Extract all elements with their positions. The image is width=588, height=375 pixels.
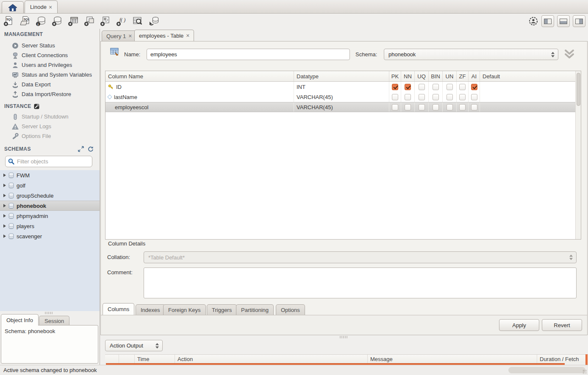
reconnect-database-icon[interactable] [147, 15, 160, 27]
table-name-input[interactable] [147, 49, 350, 60]
zf-checkbox[interactable] [459, 104, 466, 110]
sidebar-item-client-connections[interactable]: Client Connections [12, 50, 98, 60]
tab-triggers[interactable]: Triggers [207, 304, 237, 315]
create-schema-icon[interactable] [51, 15, 64, 27]
comment-textarea[interactable] [144, 267, 577, 298]
schema-item-players[interactable]: players [0, 221, 100, 231]
expander-icon[interactable] [3, 214, 6, 218]
create-view-icon[interactable] [83, 15, 96, 27]
schema-item-groupschedule[interactable]: groupSchedule [0, 190, 100, 201]
schema-item-fwm[interactable]: FWM [0, 170, 100, 180]
sidebar-item-data-export[interactable]: Data Export [12, 80, 98, 89]
tab-session[interactable]: Session [39, 316, 69, 325]
connection-tab-linode[interactable]: Linode × [25, 0, 58, 13]
un-checkbox[interactable] [447, 94, 453, 100]
output-splitter[interactable] [100, 335, 588, 339]
nn-checkbox[interactable] [405, 84, 411, 90]
schema-filter-box[interactable] [5, 156, 92, 167]
schema-combo[interactable]: phonebook [384, 49, 558, 60]
uq-checkbox[interactable] [419, 104, 425, 110]
expander-icon[interactable] [3, 174, 6, 177]
schema-icon [8, 193, 14, 199]
schema-item-phonebook[interactable]: phonebook [0, 201, 100, 211]
uq-checkbox[interactable] [419, 84, 425, 90]
scrollbar-handle[interactable] [577, 73, 580, 106]
pk-checkbox[interactable] [392, 104, 398, 110]
tab-indexes[interactable]: Indexes [136, 304, 165, 315]
toggle-left-panel-button[interactable] [541, 15, 554, 27]
schema-item-scavenger[interactable]: scavenger [0, 231, 100, 241]
zf-checkbox[interactable] [459, 94, 466, 100]
tab-foreign-keys[interactable]: Foreign Keys [163, 304, 206, 315]
expander-icon[interactable] [3, 234, 6, 238]
zf-checkbox[interactable] [459, 84, 466, 90]
apply-button[interactable]: Apply [499, 319, 539, 331]
home-tab[interactable] [2, 1, 24, 13]
schema-filter-input[interactable] [17, 158, 85, 165]
tab-options[interactable]: Options [276, 304, 305, 315]
sidebar-item-startup-shutdown[interactable]: Startup / Shutdown [12, 112, 98, 121]
ai-checkbox[interactable] [471, 94, 477, 100]
tab-columns[interactable]: Columns [103, 303, 134, 315]
tab-employees-table[interactable]: employees - Table × [134, 30, 194, 41]
bin-checkbox[interactable] [433, 104, 439, 110]
search-table-data-icon[interactable] [131, 15, 144, 27]
sidebar-item-server-logs[interactable]: Server Logs [12, 121, 98, 131]
column-row-id[interactable]: ID INT [105, 82, 581, 92]
expander-icon[interactable] [3, 184, 6, 187]
schemas-section-title: SCHEMAS [4, 146, 31, 152]
status-message: Active schema changed to phonebook [3, 367, 97, 373]
expander-icon[interactable] [3, 224, 6, 228]
nn-checkbox[interactable] [405, 104, 411, 110]
sidebar-item-users-privileges[interactable]: Users and Privileges [12, 60, 98, 70]
sidebar-item-options-file[interactable]: Options File [12, 131, 98, 141]
tab-partitioning[interactable]: Partitioning [236, 304, 274, 315]
nn-checkbox[interactable] [405, 94, 411, 100]
inspect-database-icon[interactable]: i [35, 15, 47, 27]
uq-checkbox[interactable] [419, 94, 425, 100]
un-checkbox[interactable] [447, 104, 453, 110]
expander-icon[interactable] [3, 204, 6, 207]
output-highlight-edge [585, 354, 588, 365]
sidebar: MANAGEMENT Server Status Client Connecti… [0, 29, 100, 365]
column-row-lastname[interactable]: lastName VARCHAR(45) [105, 92, 581, 102]
ai-checkbox[interactable] [471, 104, 477, 110]
schema-icon [8, 203, 14, 209]
collapse-header-icon[interactable] [564, 49, 575, 59]
resize-grip-icon[interactable] [582, 369, 587, 374]
tab-query-1[interactable]: Query 1 × [102, 30, 136, 41]
sidebar-item-system-variables[interactable]: Status and System Variables [12, 70, 98, 80]
action-output-selector[interactable]: Action Output [105, 340, 163, 351]
new-sql-tab-icon[interactable]: SQL [3, 15, 15, 27]
system-variables-icon [12, 72, 19, 78]
columns-grid-header: Column Name Datatype PK NN UQ BIN UN ZF … [105, 71, 581, 82]
create-procedure-icon[interactable] [99, 15, 112, 27]
schema-item-golf[interactable]: golf [0, 180, 100, 190]
tab-object-info[interactable]: Object Info [1, 314, 39, 325]
bin-checkbox[interactable] [433, 84, 439, 90]
close-icon[interactable]: × [128, 33, 132, 39]
window-tabstrip: Linode × [0, 0, 588, 14]
schema-item-phpmyadmin[interactable]: phpmyadmin [0, 211, 100, 221]
pk-checkbox[interactable] [392, 84, 398, 90]
open-sql-script-icon[interactable]: SQL [19, 15, 31, 27]
sidebar-item-server-status[interactable]: Server Status [12, 41, 98, 50]
ai-checkbox[interactable] [471, 84, 477, 90]
close-icon[interactable]: × [49, 4, 52, 10]
un-checkbox[interactable] [447, 84, 453, 90]
column-row-employeescol[interactable]: employeescol VARCHAR(45) [105, 102, 581, 112]
bin-checkbox[interactable] [433, 94, 439, 100]
refresh-schemas-icon[interactable] [87, 146, 94, 152]
revert-button[interactable]: Revert [542, 319, 582, 331]
collation-label: Collation: [107, 254, 130, 260]
pk-checkbox[interactable] [392, 94, 398, 100]
grid-vertical-scrollbar[interactable] [575, 71, 581, 239]
toggle-right-panel-button[interactable] [573, 15, 585, 27]
sidebar-item-data-import[interactable]: Data Import/Restore [12, 89, 98, 99]
create-function-icon[interactable]: f( ) [115, 15, 128, 27]
create-table-icon[interactable] [67, 15, 80, 27]
expand-schemas-icon[interactable] [78, 146, 84, 152]
close-icon[interactable]: × [186, 33, 189, 39]
toggle-bottom-panel-button[interactable] [557, 15, 570, 27]
expander-icon[interactable] [3, 194, 6, 197]
